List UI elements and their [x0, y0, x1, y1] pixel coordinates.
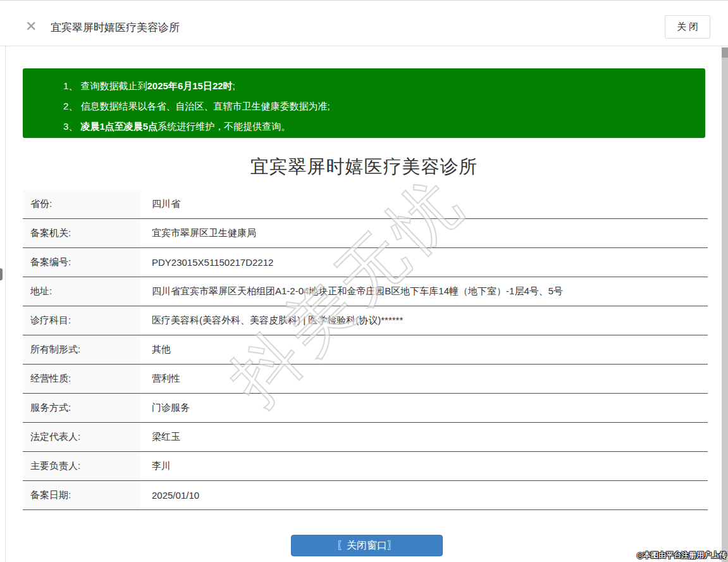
row-value: 四川省: [140, 190, 708, 218]
table-row: 服务方式: 门诊服务: [23, 394, 708, 423]
notice-text: 3、: [63, 121, 81, 132]
row-value: 医疗美容科(美容外科、美容皮肤科) | 医学检验科(协议)******: [140, 306, 708, 335]
notice-text: ;: [233, 80, 235, 91]
notice-text: 系统进行维护，不能提供查询。: [157, 121, 290, 132]
table-row: 省份: 四川省: [23, 190, 708, 219]
table-row: 地址: 四川省宜宾市翠屏区天柏组团A1-2-04地块正和金帝庄园B区地下车库14…: [23, 277, 708, 306]
row-label: 备案机关:: [23, 219, 140, 247]
row-value: 李川: [140, 452, 708, 480]
table-row: 所有制形式: 其他: [23, 335, 708, 365]
table-row: 备案机关: 宜宾市翠屏区卫生健康局: [23, 219, 708, 248]
close-icon[interactable]: ✕: [25, 20, 37, 34]
row-label: 服务方式:: [23, 394, 140, 422]
table-row: 诊疗科目: 医疗美容科(美容外科、美容皮肤科) | 医学检验科(协议)*****…: [23, 306, 708, 335]
table-row: 主要负责人: 李川: [23, 452, 708, 481]
row-value: 2025/01/10: [140, 481, 708, 509]
row-value: 梁红玉: [140, 423, 708, 451]
page-title: 宜宾翠屏时嬉医疗美容诊所: [0, 154, 728, 180]
table-row: 备案编号: PDY23015X51150217D2212: [23, 248, 708, 277]
row-label: 法定代表人:: [23, 423, 140, 451]
row-value: PDY23015X51150217D2212: [140, 248, 708, 277]
row-value: 门诊服务: [140, 394, 708, 422]
table-row: 备案日期: 2025/01/10: [23, 481, 708, 510]
table-row: 法定代表人: 梁红玉: [23, 423, 708, 452]
row-label: 地址:: [23, 277, 140, 306]
notice-text: 1、 查询数据截止到: [63, 80, 147, 91]
notice-text: 2、 信息数据结果以各省、自治区、直辖市卫生健康委数据为准;: [63, 101, 330, 111]
row-label: 省份:: [23, 190, 140, 218]
row-label: 经营性质:: [23, 365, 140, 393]
row-label: 主要负责人:: [23, 452, 140, 480]
dialog-title: 宜宾翠屏时嬉医疗美容诊所: [51, 20, 180, 35]
notice-line-3: 3、 凌晨1点至凌晨5点系统进行维护，不能提供查询。: [63, 116, 693, 137]
info-table: 省份: 四川省 备案机关: 宜宾市翠屏区卫生健康局 备案编号: PDY23015…: [23, 190, 708, 510]
notice-bold-text: 凌晨1点至凌晨5点: [81, 121, 158, 132]
scrollbar-track[interactable]: [722, 47, 728, 562]
row-label: 备案编号:: [23, 248, 140, 277]
row-value: 四川省宜宾市翠屏区天柏组团A1-2-04地块正和金帝庄园B区地下车库14幢（地下…: [140, 277, 708, 306]
close-window-button[interactable]: 〖关闭窗口〗: [291, 535, 443, 556]
notice-banner: 1、 查询数据截止到2025年6月15日22时; 2、 信息数据结果以各省、自治…: [23, 68, 705, 138]
row-label: 诊疗科目:: [23, 306, 140, 335]
window-left-border: [5, 1, 6, 562]
row-value: 其他: [140, 335, 708, 364]
row-label: 备案日期:: [23, 481, 140, 509]
row-value: 宜宾市翠屏区卫生健康局: [140, 219, 708, 247]
close-button[interactable]: 关 闭: [665, 15, 710, 39]
notice-bold-text: 2025年6月15日22时: [147, 80, 233, 91]
table-row: 经营性质: 营利性: [23, 365, 708, 394]
notice-line-2: 2、 信息数据结果以各省、自治区、直辖市卫生健康委数据为准;: [63, 96, 693, 116]
row-label: 所有制形式:: [23, 335, 140, 364]
row-value: 营利性: [140, 365, 708, 393]
notice-line-1: 1、 查询数据截止到2025年6月15日22时;: [63, 76, 693, 96]
scrollbar-thumb[interactable]: [722, 47, 728, 58]
dialog-header: ✕ 宜宾翠屏时嬉医疗美容诊所 关 闭: [0, 1, 728, 46]
upload-credit-text: ◎本图由平台注册用户上传: [637, 550, 727, 561]
left-edge-handle: [0, 268, 3, 280]
